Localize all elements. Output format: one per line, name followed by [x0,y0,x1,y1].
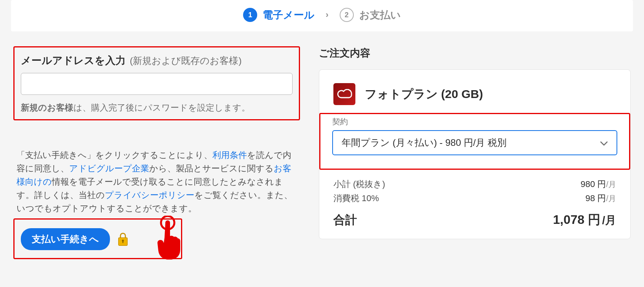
email-heading-row: メールアドレスを入力 (新規および既存のお客様) [21,54,293,67]
email-note-rest: は、購入完了後にパスワードを設定します。 [73,103,250,113]
email-note-bold: 新規のお客様 [21,103,73,113]
terms-link[interactable]: 利用条件 [212,150,247,160]
subtotal-row: 小計 (税抜き) 980 円/月 [333,178,616,190]
step-separator: › [326,10,328,20]
product-row: フォトプラン (20 GB) [319,70,630,111]
email-heading: メールアドレスを入力 [21,54,126,66]
order-summary-title: ご注文内容 [319,46,631,60]
plan-selected-text: 年間プラン (月々払い) - 980 円/月 税別 [342,136,507,149]
consent-t3: から、製品とサービスに関する [149,163,274,173]
lock-icon [117,232,129,247]
plan-select[interactable]: 年間プラン (月々払い) - 980 円/月 税別 [332,130,617,155]
tax-label: 消費税 10% [333,193,379,204]
step-2-badge: 2 [340,8,354,22]
email-note: 新規のお客様は、購入完了後にパスワードを設定します。 [21,102,293,114]
price-breakdown: 小計 (税抜き) 980 円/月 消費税 10% 98 円/月 合計 1,078… [333,178,616,229]
step-1-label: 電子メール [263,8,315,22]
subtotal-unit: /月 [606,180,616,189]
total-value: 1,078 円 [553,213,600,227]
step-email: 1 電子メール [243,8,315,22]
creative-cloud-icon [333,83,355,105]
privacy-policy-link[interactable]: プライバシーポリシー [105,190,194,200]
total-label: 合計 [333,212,357,228]
progress-steps: 1 電子メール › 2 お支払い [11,0,633,31]
product-name: フォトプラン (20 GB) [365,86,483,102]
step-payment: 2 お支払い [340,8,401,22]
consent-t1: 「支払い手続きへ」をクリックすることにより、 [16,150,212,160]
email-section: メールアドレスを入力 (新規および既存のお客様) 新規のお客様は、購入完了後にパ… [13,46,300,120]
email-subheading: (新規および既存のお客様) [130,55,242,66]
subtotal-value: 980 円 [581,179,606,189]
chevron-down-icon [600,137,608,148]
svg-rect-2 [123,241,124,243]
tax-unit: /月 [606,194,616,203]
step-1-badge: 1 [243,8,257,22]
tax-row: 消費税 10% 98 円/月 [333,193,616,204]
subtotal-label: 小計 (税抜き) [333,178,385,190]
total-row: 合計 1,078 円/月 [333,211,616,229]
total-unit: /月 [602,214,616,226]
plan-label: 契約 [332,116,617,127]
order-summary-card: フォトプラン (20 GB) 契約 年間プラン (月々払い) - 980 円/月… [319,69,631,239]
adobe-group-link[interactable]: アドビグループ企業 [69,163,149,173]
tax-value: 98 円 [585,193,606,203]
proceed-to-payment-button[interactable]: 支払い手続きへ [21,228,110,250]
consent-text: 「支払い手続きへ」をクリックすることにより、利用条件を読んで内容に同意し、アドビ… [13,149,300,215]
email-input[interactable] [21,73,293,95]
pointer-hand-icon [152,216,183,264]
step-2-label: お支払い [359,8,401,22]
plan-section: 契約 年間プラン (月々払い) - 980 円/月 税別 [319,113,630,170]
proceed-section: 支払い手続きへ [13,218,182,259]
